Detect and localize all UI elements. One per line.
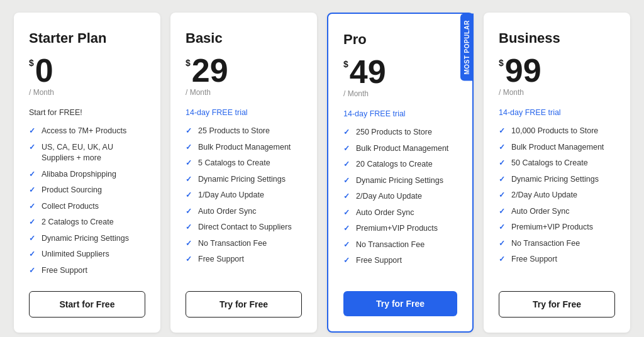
feature-item: 25 Products to Store [186,123,302,140]
features-list: 250 Products to StoreBulk Product Manage… [343,124,457,279]
plan-name: Basic [186,30,302,47]
feature-item: Alibaba Dropshipping [29,167,145,183]
plan-card-basic: Basic $ 29 / Month 14-day FREE trial 25 … [170,13,317,333]
plan-name: Starter Plan [29,30,145,47]
feature-item: Direct Contact to Suppliers [186,219,302,236]
starter-intro-text: Start for FREE! [29,108,145,117]
plan-card-pro: Most popular Pro $ 49 / Month 14-day FRE… [327,13,474,333]
feature-item: Dynamic Pricing Settings [29,231,145,247]
feature-item: 2 Catalogs to Create [29,214,145,231]
price-period: / Month [343,89,457,98]
feature-item: Free Support [29,263,145,279]
feature-item: Dynamic Pricing Settings [499,172,615,188]
price-symbol: $ [499,58,504,68]
plan-name: Business [499,30,615,47]
plan-card-business: Business $ 99 / Month 14-day FREE trial … [484,13,630,333]
pricing-grid: Starter Plan $ 0 / Month Start for FREE!… [14,13,630,333]
feature-item: Free Support [343,253,457,269]
features-list: 10,000 Products to StoreBulk Product Man… [499,123,615,279]
most-popular-badge: Most popular [460,14,474,81]
feature-item: Access to 7M+ Products [29,123,145,140]
feature-item: US, CA, EU, UK, AU Suppliers + more [29,140,145,167]
price-amount: 29 [192,54,228,87]
features-list: 25 Products to StoreBulk Product Managem… [186,123,302,279]
feature-item: Auto Order Sync [186,204,302,220]
cta-button-starter[interactable]: Start for Free [29,291,145,318]
feature-item: Free Support [186,251,302,268]
feature-item: Dynamic Pricing Settings [343,173,457,189]
price-row: $ 49 [343,55,457,88]
plan-name: Pro [343,31,457,48]
price-amount: 99 [505,54,541,87]
feature-item: 250 Products to Store [343,124,457,141]
price-period: / Month [186,88,302,97]
feature-item: 5 Catalogs to Create [186,155,302,172]
feature-item: 20 Catalogs to Create [343,157,457,173]
price-row: $ 29 [186,54,302,87]
feature-item: No Transaction Fee [186,236,302,252]
feature-item: Auto Order Sync [343,205,457,221]
feature-item: 50 Catalogs to Create [499,155,615,172]
feature-item: No Transaction Fee [499,236,615,252]
price-amount: 49 [350,55,386,88]
feature-item: Product Sourcing [29,182,145,199]
plan-card-starter: Starter Plan $ 0 / Month Start for FREE!… [14,13,160,333]
feature-item: Bulk Product Management [499,140,615,156]
price-symbol: $ [186,58,191,68]
feature-item: No Transaction Fee [343,237,457,253]
feature-item: Bulk Product Management [343,141,457,157]
price-period: / Month [499,88,615,97]
feature-item: Bulk Product Management [186,140,302,156]
feature-item: Dynamic Pricing Settings [186,172,302,188]
trial-text: 14-day FREE trial [499,108,615,117]
feature-item: Free Support [499,251,615,268]
price-period: / Month [29,88,145,97]
trial-text: 14-day FREE trial [343,109,457,118]
cta-button-basic[interactable]: Try for Free [186,291,302,318]
feature-item: 10,000 Products to Store [499,123,615,140]
feature-item: Unlimited Suppliers [29,246,145,263]
price-amount: 0 [35,54,53,87]
feature-item: Collect Products [29,199,145,215]
cta-button-pro[interactable]: Try for Free [343,291,457,316]
feature-item: 2/Day Auto Update [499,187,615,204]
feature-item: Premium+VIP Products [499,219,615,236]
feature-item: Premium+VIP Products [343,221,457,237]
price-symbol: $ [343,59,348,69]
cta-button-business[interactable]: Try for Free [499,291,615,318]
feature-item: Auto Order Sync [499,204,615,220]
features-list: Access to 7M+ ProductsUS, CA, EU, UK, AU… [29,123,145,279]
trial-text: 14-day FREE trial [186,108,302,117]
price-symbol: $ [29,58,34,68]
price-row: $ 99 [499,54,615,87]
feature-item: 2/Day Auto Update [343,189,457,205]
feature-item: 1/Day Auto Update [186,187,302,204]
price-row: $ 0 [29,54,145,87]
